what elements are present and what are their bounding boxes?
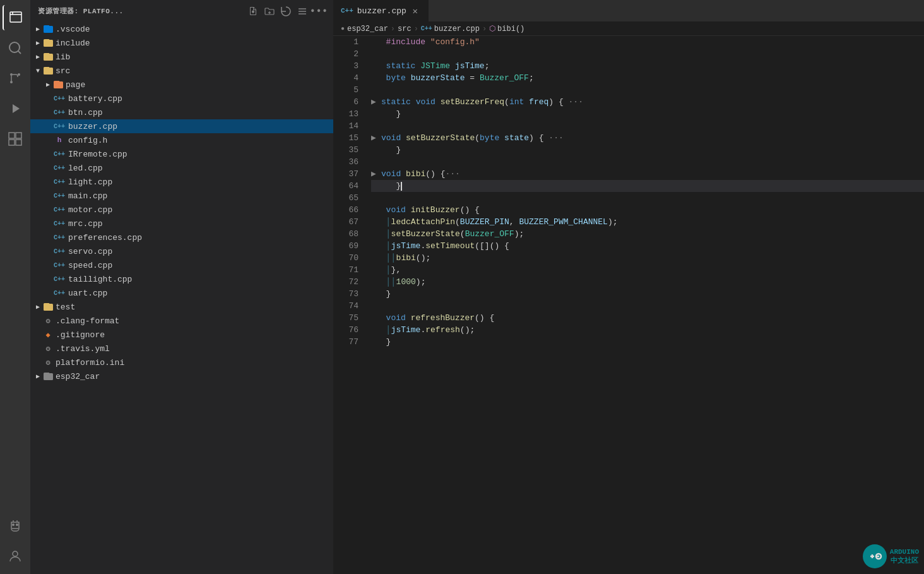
- tree-item-light[interactable]: C++ light.cpp: [30, 175, 333, 189]
- tree-item-btn[interactable]: C++ btn.cpp: [30, 105, 333, 119]
- breadcrumb-sep-3: ›: [482, 25, 487, 33]
- code-line-73: }: [371, 288, 924, 300]
- token-string: "config.h": [430, 36, 480, 48]
- tree-item-speed[interactable]: C++ speed.cpp: [30, 258, 333, 272]
- tree-label: light.cpp: [68, 177, 333, 187]
- token-var: jsTime: [455, 60, 485, 72]
- token-func5: ledcAttachPin: [391, 216, 455, 228]
- files-icon[interactable]: [3, 5, 28, 30]
- token-bibi: bibi: [396, 252, 416, 264]
- tree-item-src[interactable]: ▼ src: [30, 64, 333, 78]
- search-icon[interactable]: [3, 35, 28, 61]
- token-ellipsis: ···: [569, 96, 583, 108]
- breadcrumb-function[interactable]: ⬡ bibi(): [489, 24, 524, 33]
- folder-icon: [43, 371, 53, 381]
- breadcrumb-file[interactable]: C++ buzzer.cpp: [421, 25, 480, 33]
- extensions-icon[interactable]: [3, 126, 28, 152]
- robot-icon[interactable]: [3, 513, 28, 539]
- line-num-70: 70: [333, 252, 358, 264]
- text-cursor: [401, 182, 402, 191]
- tree-label: speed.cpp: [68, 261, 333, 270]
- fold-arrow-37[interactable]: ▶: [371, 168, 381, 180]
- collapse-button[interactable]: [295, 4, 309, 18]
- code-line-75: void refreshBuzzer() {: [371, 312, 924, 324]
- tree-item-taillight[interactable]: C++ taillight.cpp: [30, 272, 333, 286]
- tree-item-test[interactable]: ▶ test: [30, 300, 333, 314]
- sidebar: 资源管理器: PLATFO... ••• ▶ .vscode: [30, 0, 333, 574]
- refresh-button[interactable]: [279, 4, 293, 18]
- tree-item-esp32car[interactable]: ▶ esp32_car: [30, 369, 333, 383]
- cpp-icon: C++: [53, 121, 66, 131]
- tree-item-clang-format[interactable]: ⚙ .clang-format: [30, 314, 333, 328]
- file-tree: ▶ .vscode ▶ include ▶ lib ▼: [30, 22, 333, 574]
- tree-item-battery[interactable]: C++ battery.cpp: [30, 92, 333, 105]
- arduino-logo: [862, 544, 887, 569]
- travis-icon: ⚙: [43, 344, 53, 354]
- collapse-arrow: ▶: [33, 24, 43, 34]
- source-control-icon[interactable]: [3, 66, 28, 91]
- tree-item-travis[interactable]: ⚙ .travis.yml: [30, 342, 333, 356]
- tab-buzzer-cpp[interactable]: C++ buzzer.cpp ✕: [333, 0, 429, 21]
- svg-point-9: [12, 523, 15, 526]
- breadcrumb-func-icon: ⬡: [489, 24, 495, 33]
- watermark: ARDUINO 中文社区: [862, 544, 919, 569]
- tree-item-servo[interactable]: C++ servo.cpp: [30, 244, 333, 258]
- tree-item-motor[interactable]: C++ motor.cpp: [30, 203, 333, 217]
- tree-item-preferences[interactable]: C++ preferences.cpp: [30, 230, 333, 244]
- tab-bar: C++ buzzer.cpp ✕: [333, 0, 924, 22]
- breadcrumb-status-icon: ●: [341, 25, 345, 32]
- collapse-arrow: ▼: [33, 66, 43, 76]
- tree-item-config[interactable]: h config.h: [30, 133, 333, 147]
- tree-item-uart[interactable]: C++ uart.cpp: [30, 286, 333, 300]
- tree-item-irremote[interactable]: C++ IRremote.cpp: [30, 147, 333, 161]
- git-icon: ◆: [43, 330, 53, 340]
- gear-icon: ⚙: [43, 357, 53, 368]
- new-folder-button[interactable]: [263, 4, 276, 18]
- tree-item-lib[interactable]: ▶ lib: [30, 50, 333, 64]
- tree-item-main[interactable]: C++ main.cpp: [30, 189, 333, 203]
- svg-point-4: [10, 81, 13, 83]
- fold-arrow-6[interactable]: ▶: [371, 96, 381, 108]
- line-num-76: 76: [333, 324, 358, 336]
- tree-item-buzzer[interactable]: C++ buzzer.cpp: [30, 119, 333, 133]
- tree-label: include: [56, 39, 333, 48]
- code-editor[interactable]: #include "config.h" static JSTime jsTime…: [366, 36, 924, 574]
- tree-item-mrc[interactable]: C++ mrc.cpp: [30, 217, 333, 230]
- breadcrumb-src[interactable]: src: [398, 25, 412, 33]
- run-icon[interactable]: [3, 96, 28, 121]
- token-pin: BUZZER_PIN: [460, 216, 509, 228]
- code-line-72: │ │ 1000);: [371, 276, 924, 288]
- tree-item-vscode[interactable]: ▶ .vscode: [30, 22, 333, 36]
- sidebar-title: 资源管理器: PLATFO...: [38, 6, 124, 16]
- editor-area[interactable]: 1 2 3 4 5 6 13 14 15 35 36 37 64 65 66 6…: [333, 36, 924, 574]
- line-num-75: 75: [333, 312, 358, 324]
- token-static: static: [386, 60, 416, 72]
- tab-close-button[interactable]: ✕: [410, 6, 420, 16]
- breadcrumb-project[interactable]: esp32_car: [347, 25, 388, 33]
- gear-icon: ⚙: [43, 316, 53, 326]
- breadcrumb-func-name: bibi(): [497, 25, 524, 33]
- tree-item-platformio[interactable]: ⚙ platformio.ini: [30, 356, 333, 369]
- line-num-77: 77: [333, 336, 358, 348]
- tree-item-include[interactable]: ▶ include: [30, 36, 333, 50]
- cpp-icon: C++: [53, 260, 66, 270]
- token-channel: BUZZER_PWM_CHANNEL: [519, 216, 607, 228]
- tree-label: esp32_car: [56, 372, 333, 381]
- activity-bar-bottom: [3, 513, 28, 574]
- token-settimeout: setTimeout: [425, 240, 475, 252]
- tree-item-led[interactable]: C++ led.cpp: [30, 161, 333, 175]
- tree-label: led.cpp: [68, 164, 333, 173]
- code-line-71: │ },: [371, 264, 924, 276]
- sidebar-header: 资源管理器: PLATFO... •••: [30, 0, 333, 22]
- token-void: void: [416, 96, 435, 108]
- new-file-button[interactable]: [246, 4, 260, 18]
- code-line-36: [371, 156, 924, 168]
- token-static2: static: [381, 96, 411, 108]
- tree-item-gitignore[interactable]: ◆ .gitignore: [30, 328, 333, 342]
- tree-item-page[interactable]: ▶ page: [30, 78, 333, 92]
- fold-arrow-15[interactable]: ▶: [371, 132, 381, 144]
- more-button[interactable]: •••: [312, 4, 326, 18]
- account-icon[interactable]: [3, 544, 28, 569]
- svg-point-10: [16, 523, 18, 526]
- token-void2: void: [381, 132, 401, 144]
